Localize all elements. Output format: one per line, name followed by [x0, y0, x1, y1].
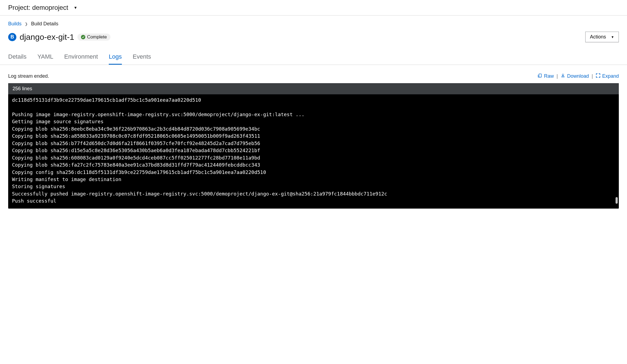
- download-button[interactable]: Download: [560, 73, 589, 79]
- title-row: B django-ex-git-1 Complete Actions ▼: [8, 32, 619, 42]
- log-actions: Raw | Download | Expand: [537, 73, 619, 79]
- raw-button[interactable]: Raw: [537, 73, 554, 79]
- expand-button[interactable]: Expand: [596, 73, 619, 79]
- raw-label: Raw: [544, 73, 554, 79]
- chevron-right-icon: ❯: [25, 22, 28, 26]
- log-content[interactable]: dc118d5f5131df3b9ce22759dae179615cb1adf7…: [8, 94, 619, 209]
- check-circle-icon: [81, 35, 85, 39]
- scrollbar-thumb[interactable]: [616, 197, 618, 204]
- status-text: Complete: [87, 34, 107, 40]
- actions-label: Actions: [590, 34, 606, 40]
- tabs: Details YAML Environment Logs Events: [0, 50, 627, 65]
- tab-yaml[interactable]: YAML: [37, 50, 53, 65]
- project-bar: Project: demoproject ▼: [0, 0, 627, 16]
- log-box: 256 lines dc118d5f5131df3b9ce22759dae179…: [8, 83, 619, 209]
- page-title: django-ex-git-1: [20, 32, 74, 42]
- download-icon: [560, 73, 565, 79]
- tab-events[interactable]: Events: [133, 50, 151, 65]
- actions-button[interactable]: Actions ▼: [585, 32, 619, 42]
- copy-icon: [537, 73, 542, 79]
- breadcrumb-current: Build Details: [31, 21, 58, 27]
- status-badge: Complete: [77, 34, 110, 41]
- log-header: Log stream ended. Raw | Download | Ex: [8, 65, 619, 83]
- tab-details[interactable]: Details: [8, 50, 26, 65]
- tab-logs[interactable]: Logs: [109, 50, 122, 65]
- project-dropdown-caret-icon[interactable]: ▼: [74, 5, 77, 10]
- expand-icon: [596, 73, 601, 79]
- project-label: Project: demoproject: [8, 4, 68, 11]
- svg-rect-1: [561, 77, 565, 77]
- build-badge-icon: B: [8, 33, 16, 41]
- breadcrumb-root[interactable]: Builds: [8, 21, 22, 27]
- title-left: B django-ex-git-1 Complete: [8, 32, 110, 42]
- caret-down-icon: ▼: [611, 35, 614, 39]
- breadcrumb: Builds ❯ Build Details: [8, 21, 619, 27]
- log-line-count: 256 lines: [8, 83, 619, 94]
- download-label: Download: [567, 73, 589, 79]
- tab-environment[interactable]: Environment: [64, 50, 98, 65]
- divider: |: [557, 73, 558, 79]
- divider: |: [592, 73, 593, 79]
- expand-label: Expand: [602, 73, 619, 79]
- log-status: Log stream ended.: [8, 73, 49, 79]
- svg-rect-0: [539, 74, 541, 77]
